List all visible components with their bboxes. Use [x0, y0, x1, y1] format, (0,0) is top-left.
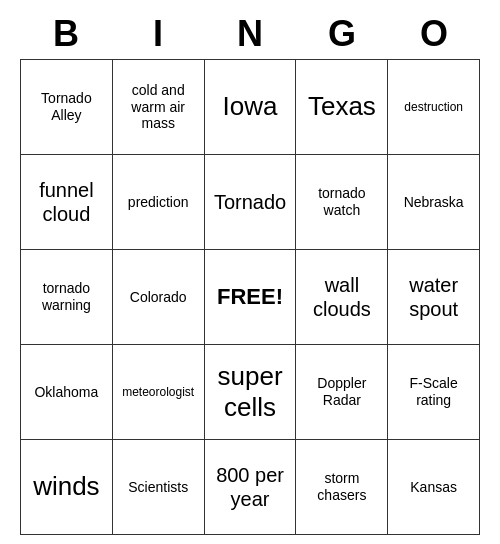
grid-cell-r0-c2[interactable]: Iowa: [204, 60, 296, 155]
grid-cell-r4-c1[interactable]: Scientists: [112, 440, 204, 535]
grid-cell-r0-c0[interactable]: Tornado Alley: [21, 60, 113, 155]
header-n: N: [204, 9, 296, 59]
grid-cell-r2-c3[interactable]: wall clouds: [296, 250, 388, 345]
grid-cell-r4-c3[interactable]: storm chasers: [296, 440, 388, 535]
grid-cell-r0-c3[interactable]: Texas: [296, 60, 388, 155]
grid-cell-r3-c2[interactable]: super cells: [204, 345, 296, 440]
grid-cell-r2-c1[interactable]: Colorado: [112, 250, 204, 345]
grid-cell-r1-c1[interactable]: prediction: [112, 155, 204, 250]
grid-cell-r1-c3[interactable]: tornado watch: [296, 155, 388, 250]
grid-cell-r1-c4[interactable]: Nebraska: [388, 155, 480, 250]
grid-cell-r3-c1[interactable]: meteorologist: [112, 345, 204, 440]
grid-cell-r2-c4[interactable]: water spout: [388, 250, 480, 345]
grid-cell-r0-c1[interactable]: cold and warm air mass: [112, 60, 204, 155]
grid-cell-r3-c0[interactable]: Oklahoma: [21, 345, 113, 440]
bingo-card: B I N G O Tornado Alleycold and warm air…: [20, 9, 480, 535]
header-g: G: [296, 9, 388, 59]
bingo-grid: Tornado Alleycold and warm air massIowaT…: [20, 59, 480, 535]
grid-cell-r0-c4[interactable]: destruction: [388, 60, 480, 155]
bingo-header: B I N G O: [20, 9, 480, 59]
header-o: O: [388, 9, 480, 59]
grid-cell-r4-c2[interactable]: 800 per year: [204, 440, 296, 535]
grid-cell-r1-c0[interactable]: funnel cloud: [21, 155, 113, 250]
grid-cell-r4-c0[interactable]: winds: [21, 440, 113, 535]
grid-cell-r3-c4[interactable]: F-Scale rating: [388, 345, 480, 440]
grid-cell-r1-c2[interactable]: Tornado: [204, 155, 296, 250]
grid-cell-r2-c2[interactable]: FREE!: [204, 250, 296, 345]
grid-cell-r4-c4[interactable]: Kansas: [388, 440, 480, 535]
header-b: B: [20, 9, 112, 59]
grid-cell-r3-c3[interactable]: Doppler Radar: [296, 345, 388, 440]
header-i: I: [112, 9, 204, 59]
grid-cell-r2-c0[interactable]: tornado warning: [21, 250, 113, 345]
